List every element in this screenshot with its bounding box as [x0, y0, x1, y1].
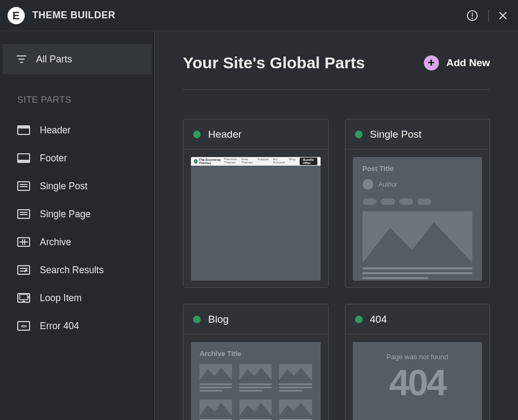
card-title: Single Post — [370, 129, 422, 140]
thumb-author: Author — [379, 181, 398, 188]
card-title: Blog — [208, 314, 229, 325]
thumb-archive-title: Archive Title — [200, 350, 312, 358]
svg-marker-13 — [200, 367, 232, 380]
add-new-label: Add New — [446, 57, 490, 69]
sidebar-item-label: Footer — [40, 153, 67, 164]
thumb-menu-item: My Account — [273, 158, 285, 165]
add-new-button[interactable]: + Add New — [424, 55, 490, 70]
sidebar-item-label: Archive — [40, 237, 71, 248]
sidebar-item-all-parts[interactable]: All Parts — [3, 44, 152, 74]
sidebar: All Parts SITE PARTS Header Footer Singl… — [0, 31, 155, 420]
status-dot — [193, 316, 201, 323]
sidebar-item-search-results[interactable]: Search Results — [0, 256, 154, 284]
footer-icon — [17, 153, 30, 163]
sidebar-item-loop-item[interactable]: Loop Item — [0, 284, 154, 312]
main-content: Your Site's Global Parts + Add New Heade… — [155, 31, 518, 420]
sidebar-item-error-404[interactable]: 404 Error 404 — [0, 312, 154, 340]
sidebar-item-label: Search Results — [40, 265, 104, 276]
sidebar-item-label: Header — [40, 125, 70, 136]
status-dot — [355, 316, 363, 323]
avatar-icon — [363, 179, 373, 190]
card-thumbnail: The Bootstrap Themes Premium Themes Free… — [191, 157, 321, 281]
svg-marker-14 — [239, 367, 272, 380]
status-dot — [193, 131, 201, 138]
svg-marker-15 — [279, 367, 311, 380]
thumb-menu-item: Premium Themes — [224, 158, 237, 165]
plus-icon: + — [424, 55, 439, 70]
info-icon[interactable] — [466, 9, 479, 22]
header-icon — [17, 125, 30, 135]
sidebar-item-label: Loop Item — [40, 293, 82, 304]
card-thumbnail: Post Title Author — [353, 157, 482, 281]
sidebar-item-single-post[interactable]: Single Post — [0, 172, 154, 200]
svg-marker-18 — [279, 403, 311, 416]
card-title: Header — [208, 129, 242, 140]
thumb-menu-item: Support — [257, 158, 268, 165]
svg-marker-17 — [239, 403, 272, 416]
app-logo: E — [8, 7, 25, 24]
archive-icon — [17, 237, 30, 247]
sidebar-item-label: Error 404 — [40, 321, 79, 332]
card-title: 404 — [370, 314, 387, 325]
app-title: THEME BUILDER — [32, 10, 116, 21]
error-404-icon: 404 — [17, 321, 30, 331]
part-card-blog[interactable]: Blog Archive Title — [183, 304, 329, 420]
sidebar-item-label: Single Page — [40, 209, 90, 220]
single-post-icon — [17, 181, 30, 191]
thumb-menu-item: Blog — [289, 158, 295, 165]
thumb-brand: The Bootstrap Themes — [199, 158, 221, 165]
topbar-separator — [488, 10, 489, 22]
sidebar-item-single-page[interactable]: Single Page — [0, 200, 154, 228]
filter-icon — [16, 55, 27, 63]
thumb-menu-item: Free Themes — [242, 158, 253, 165]
search-results-icon — [17, 265, 30, 275]
loop-item-icon — [17, 293, 30, 303]
svg-point-12 — [391, 237, 400, 246]
part-card-header[interactable]: Header The Bootstrap Themes Premium Them… — [183, 119, 329, 288]
svg-point-2 — [472, 18, 473, 18]
page-title: Your Site's Global Parts — [183, 54, 365, 72]
thumb-post-title: Post Title — [363, 165, 473, 173]
single-page-icon — [17, 209, 30, 219]
thumb-cta: Bundle Offer — [300, 158, 317, 165]
thumb-404-message: Page was not found — [386, 353, 448, 361]
svg-marker-11 — [363, 222, 472, 262]
card-thumbnail: Archive Title — [191, 342, 321, 420]
sidebar-item-label: Single Post — [40, 181, 88, 192]
sidebar-section-label: SITE PARTS — [0, 74, 154, 116]
part-card-single-post[interactable]: Single Post Post Title Author — [345, 119, 491, 288]
sidebar-item-footer[interactable]: Footer — [0, 144, 154, 172]
svg-rect-8 — [20, 294, 28, 300]
sidebar-item-header[interactable]: Header — [0, 116, 154, 144]
sidebar-item-label: All Parts — [36, 54, 72, 65]
sidebar-item-archive[interactable]: Archive — [0, 228, 154, 256]
card-thumbnail: Page was not found 404 — [353, 342, 482, 420]
part-card-404[interactable]: 404 Page was not found 404 — [345, 304, 491, 420]
topbar: E THEME BUILDER — [0, 0, 518, 31]
svg-marker-16 — [200, 403, 232, 416]
close-icon[interactable] — [496, 9, 509, 22]
thumb-404-code: 404 — [389, 364, 445, 401]
status-dot — [355, 131, 363, 138]
